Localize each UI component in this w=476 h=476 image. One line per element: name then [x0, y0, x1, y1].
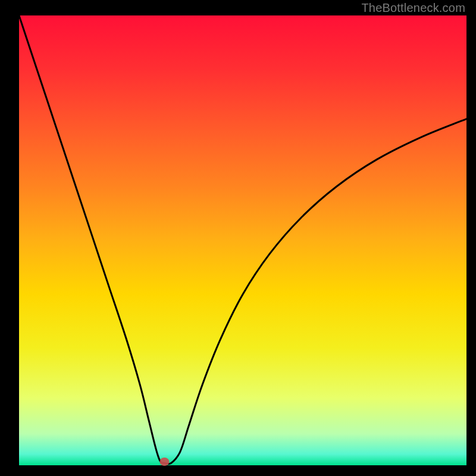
bottleneck-chart: [0, 0, 476, 476]
watermark: TheBottleneck.com: [361, 1, 465, 15]
optimal-point-marker: [159, 458, 169, 466]
plot-background: [19, 15, 466, 465]
chart-container: TheBottleneck.com: [0, 0, 476, 476]
